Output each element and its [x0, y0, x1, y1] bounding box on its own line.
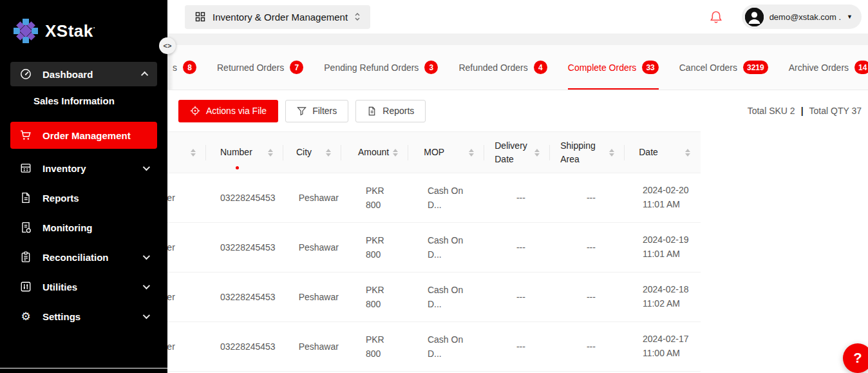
chevron-down-icon — [143, 282, 150, 289]
sort-icon[interactable] — [469, 149, 474, 157]
sidebar-item-label: Order Management — [42, 130, 131, 141]
reconciliation-icon — [19, 251, 32, 263]
column-header-number[interactable]: Number — [206, 132, 283, 173]
sidebar-item-label: Reconciliation — [42, 252, 109, 263]
user-email: demo@xstak.com . — [769, 12, 841, 22]
cell-date: 2024-02-1811:02 AM — [628, 273, 701, 321]
select-updown-icon — [354, 10, 361, 23]
column-header-amount[interactable]: Amount — [341, 132, 408, 173]
actions-via-file-button[interactable]: Actions via File — [178, 100, 278, 122]
tab-count-badge: 3 — [424, 61, 438, 74]
utilities-icon — [19, 280, 32, 293]
tab-count-badge: 33 — [642, 61, 658, 74]
tab-partial[interactable]: s 8 — [173, 45, 196, 90]
chevron-down-icon — [143, 164, 150, 171]
table-toolbar: Actions via File Filters Reports Total S… — [167, 90, 868, 131]
column-header-shipping-area[interactable]: Shipping Area — [550, 132, 625, 173]
sidebar-item-utilities[interactable]: Utilities — [10, 274, 157, 300]
avatar — [745, 8, 764, 26]
reports-label: Reports — [382, 106, 414, 116]
sidebar-item-label: Reports — [42, 193, 79, 204]
logo-trademark: · — [93, 24, 96, 32]
app-switcher-label: Inventory & Order Management — [212, 12, 348, 23]
sidebar-item-inventory[interactable]: Inventory — [10, 155, 157, 181]
reports-button[interactable]: Reports — [355, 100, 426, 122]
cell-city: Peshawar — [286, 223, 349, 272]
file-icon — [367, 104, 377, 117]
tab-count-badge: 8 — [183, 61, 196, 74]
sort-icon[interactable] — [685, 149, 690, 157]
cell-delivery-date: --- — [488, 322, 554, 371]
top-header: Inventory & Order Management demo@xstak.… — [167, 0, 868, 33]
cell-number: 03228245453 — [206, 223, 286, 272]
cart-icon — [19, 129, 32, 142]
cell-delivery-date: --- — [488, 273, 554, 321]
tab-count-badge: 14 — [854, 61, 868, 74]
cell-delivery-date: --- — [488, 173, 554, 222]
sidebar-collapse-button[interactable]: <> — [159, 37, 176, 54]
cell-city: Peshawar — [286, 322, 349, 371]
tab-count-badge: 3219 — [743, 61, 768, 74]
sort-icon[interactable] — [268, 149, 273, 157]
cell-mop: Cash On D... — [412, 322, 488, 371]
sidebar-item-dashboard[interactable]: Dashboard — [10, 62, 157, 86]
tab-refunded-orders[interactable]: Refunded Orders 4 — [458, 45, 547, 90]
sort-icon[interactable] — [326, 149, 331, 157]
tab-label: s — [173, 62, 177, 73]
tab-label: Pending Refund Orders — [324, 62, 419, 73]
sort-icon[interactable] — [191, 149, 196, 157]
column-header-mop[interactable]: MOP — [408, 132, 484, 173]
sidebar-item-sales-information[interactable]: Sales Information — [0, 89, 167, 113]
sidebar-nav: Dashboard Sales Information Order Manage… — [0, 50, 167, 329]
grid-icon — [194, 10, 207, 23]
tab-cancel-orders[interactable]: Cancel Orders 3219 — [679, 45, 768, 90]
sort-icon[interactable] — [534, 149, 540, 157]
column-header-city[interactable]: City — [283, 132, 341, 173]
logo-text: XStak· — [45, 21, 96, 41]
sidebar-item-monitoring[interactable]: Monitoring — [10, 215, 157, 240]
cell-shipping-area: --- — [554, 223, 628, 272]
logo: XStak· — [0, 0, 167, 50]
tab-label: Archive Orders — [789, 62, 849, 73]
sidebar-item-order-management[interactable]: Order Management — [10, 122, 157, 149]
cell-number: 03228245453 — [206, 273, 286, 321]
column-header-delivery-date[interactable]: Delivery Date — [484, 132, 550, 173]
column-label: Date — [639, 146, 658, 159]
column-label: City — [296, 146, 312, 159]
cell-city: Peshawar — [286, 273, 349, 321]
tab-complete-orders[interactable]: Complete Orders 33 — [568, 45, 659, 90]
gear-icon: ⚙ — [19, 310, 32, 323]
order-status-tabs: s 8 Returned Orders 7 Pending Refund Ord… — [167, 45, 868, 90]
cell-number: 03228245453 — [206, 173, 286, 222]
tab-pending-refund-orders[interactable]: Pending Refund Orders 3 — [324, 45, 438, 90]
sort-icon[interactable] — [609, 149, 614, 157]
sort-icon[interactable] — [393, 149, 398, 157]
tab-archive-orders[interactable]: Archive Orders 14 — [789, 45, 868, 90]
sidebar-item-settings[interactable]: ⚙ Settings — [10, 303, 157, 329]
cell-shipping-area: --- — [554, 273, 628, 321]
cell-mop: Cash On D... — [412, 173, 488, 222]
cell-shipping-area: --- — [554, 173, 628, 222]
help-button[interactable]: ? — [843, 343, 868, 373]
notification-bell-icon[interactable] — [704, 5, 728, 28]
inventory-icon — [19, 162, 32, 175]
cell-amount: PKR 800 — [349, 223, 412, 272]
column-label: Delivery Date — [495, 139, 531, 166]
sidebar-item-label: Settings — [42, 311, 80, 322]
actions-via-file-label: Actions via File — [206, 106, 267, 116]
filters-button[interactable]: Filters — [285, 100, 348, 122]
sidebar-item-reports[interactable]: Reports — [10, 185, 157, 211]
column-label: Number — [220, 146, 252, 159]
column-header-date[interactable]: Date — [625, 132, 701, 173]
cell-date: 2024-02-1911:01 AM — [628, 223, 701, 272]
tab-count-badge: 7 — [290, 61, 303, 74]
total-sku: Total SKU 2 — [748, 106, 795, 116]
tab-returned-orders[interactable]: Returned Orders 7 — [217, 45, 303, 90]
header-divider-band — [167, 33, 868, 45]
tab-label: Refunded Orders — [458, 62, 527, 73]
sidebar-item-reconciliation[interactable]: Reconciliation — [10, 244, 157, 270]
cell-amount: PKR 800 — [349, 173, 412, 222]
user-menu-button[interactable]: demo@xstak.com . ▼ — [742, 5, 862, 29]
app-switcher-button[interactable]: Inventory & Order Management — [185, 5, 370, 29]
cell-amount: PKR 800 — [349, 273, 412, 321]
